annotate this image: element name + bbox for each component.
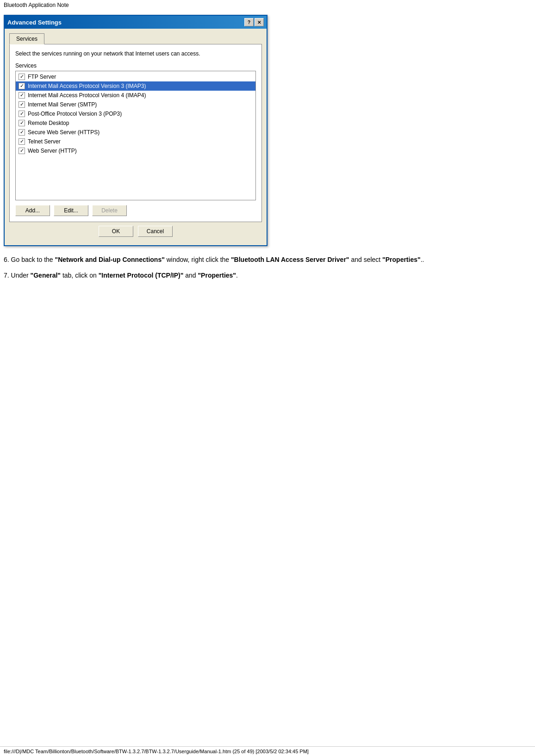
dialog-title: Advanced Settings <box>7 19 62 26</box>
service-item-https[interactable]: ✓ Secure Web Server (HTTPS) <box>16 128 255 137</box>
service-item-telnet[interactable]: ✓ Telnet Server <box>16 137 255 146</box>
service-item-pop3[interactable]: ✓ Post-Office Protocol Version 3 (POP3) <box>16 109 255 118</box>
help-button[interactable]: ? <box>244 18 254 26</box>
service-item-imap3[interactable]: ✓ Internet Mail Access Protocol Version … <box>16 81 255 91</box>
service-item-imap4[interactable]: ✓ Internet Mail Access Protocol Version … <box>16 91 255 100</box>
checkbox-imap3[interactable]: ✓ <box>19 83 25 89</box>
service-action-buttons: Add... Edit... Delete <box>15 205 256 216</box>
advanced-settings-dialog: Advanced Settings ? ✕ Services <box>4 15 268 246</box>
dialog-title-bar: Advanced Settings ? ✕ <box>5 16 267 29</box>
page-footer: file:///D|/MDC Team/Billionton/Bluetooth… <box>0 746 535 756</box>
main-content: Advanced Settings ? ✕ Services <box>0 10 535 291</box>
paragraph-6: 6. Go back to the "Network and Dial-up C… <box>4 254 531 265</box>
tab-services[interactable]: Services <box>9 33 44 44</box>
tab-panel-services: Select the services running on your netw… <box>9 44 262 222</box>
checkbox-http[interactable]: ✓ <box>19 148 25 154</box>
service-item-ftp[interactable]: ✓ FTP Server <box>16 72 255 81</box>
checkbox-ftp[interactable]: ✓ <box>19 74 25 80</box>
page-header: Bluetooth Application Note <box>0 0 535 10</box>
services-listbox[interactable]: ✓ FTP Server ✓ Internet Mail Access Prot… <box>15 71 256 200</box>
paragraph-7: 7. Under "General" tab, click on "Intern… <box>4 270 531 280</box>
close-button[interactable]: ✕ <box>255 18 264 26</box>
dialog-wrapper: Advanced Settings ? ✕ Services <box>4 15 531 246</box>
cancel-button[interactable]: Cancel <box>138 226 173 237</box>
edit-button[interactable]: Edit... <box>54 205 88 216</box>
tab-strip: Services <box>9 33 262 44</box>
title-bar-buttons: ? ✕ <box>244 18 264 26</box>
service-item-smtp[interactable]: ✓ Internet Mail Server (SMTP) <box>16 100 255 109</box>
page-header-text: Bluetooth Application Note <box>4 2 69 8</box>
services-section-label: Services <box>15 62 256 69</box>
checkbox-smtp[interactable]: ✓ <box>19 101 25 108</box>
add-button[interactable]: Add... <box>15 205 50 216</box>
checkbox-remote-desktop[interactable]: ✓ <box>19 120 25 126</box>
delete-button[interactable]: Delete <box>92 205 127 216</box>
checkbox-https[interactable]: ✓ <box>19 129 25 136</box>
checkbox-imap4[interactable]: ✓ <box>19 92 25 99</box>
ok-button[interactable]: OK <box>99 226 133 237</box>
service-item-http[interactable]: ✓ Web Server (HTTP) <box>16 146 255 155</box>
ok-cancel-row: OK Cancel <box>9 222 262 241</box>
checkbox-pop3[interactable]: ✓ <box>19 111 25 117</box>
service-item-remote-desktop[interactable]: ✓ Remote Desktop <box>16 118 255 128</box>
dialog-content: Services Select the services running on … <box>5 29 267 245</box>
tab-description: Select the services running on your netw… <box>15 50 256 58</box>
checkbox-telnet[interactable]: ✓ <box>19 138 25 145</box>
